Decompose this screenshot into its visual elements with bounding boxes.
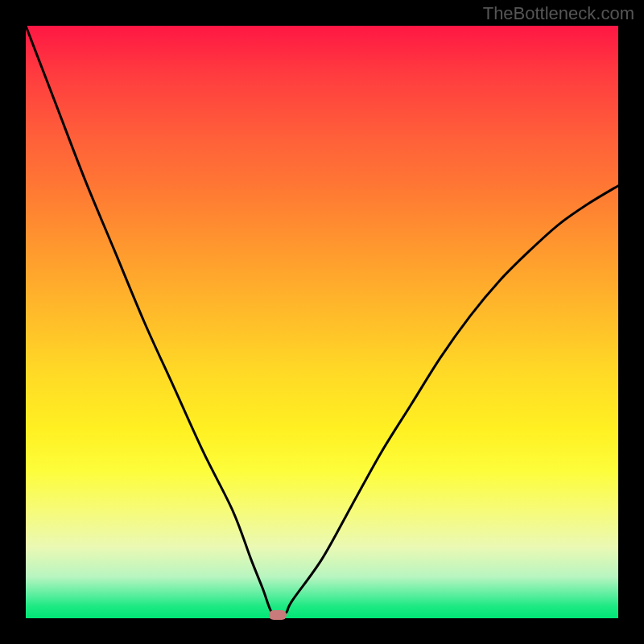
bottleneck-curve bbox=[26, 26, 618, 618]
minimum-marker bbox=[269, 610, 287, 620]
watermark-text: TheBottleneck.com bbox=[483, 3, 634, 24]
